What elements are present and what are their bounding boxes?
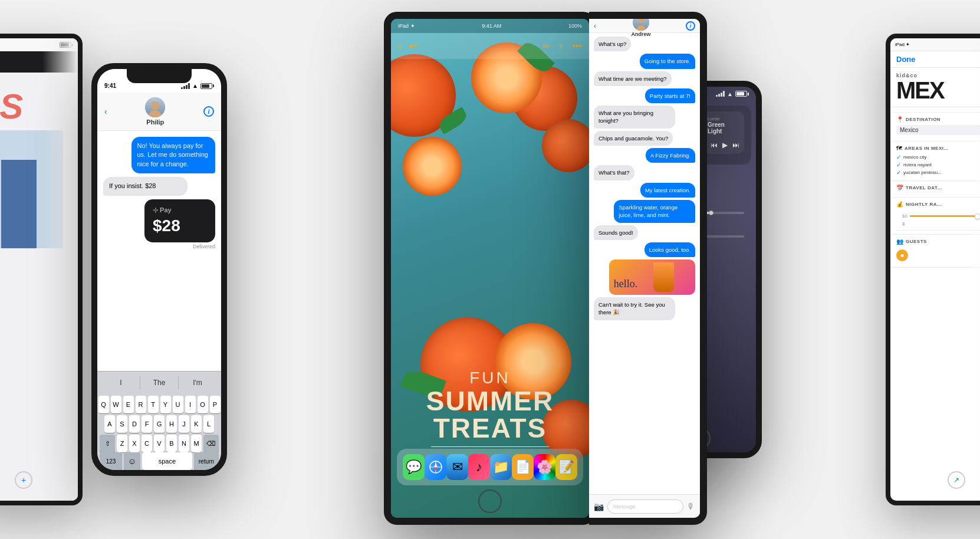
key-R[interactable]: R <box>136 396 146 413</box>
key-L[interactable]: L <box>203 415 214 433</box>
ipad-far-right-screen: iPad ✦ Done kid&co MEX 📍 DESTINATION Me <box>890 38 980 501</box>
msg-mic-icon[interactable]: 🎙 <box>687 502 695 511</box>
msg-camera-icon[interactable]: 📷 <box>594 502 604 511</box>
ipad-right-messages-panel: ‹ Andrew i What's up? Going to the store… <box>589 12 707 525</box>
toolbar-pen-icon[interactable]: ✏ <box>542 41 550 52</box>
ipad-status-right: 100% <box>568 23 582 29</box>
key-emoji[interactable]: ☺ <box>124 452 140 470</box>
dock-pages-icon[interactable]: 📄 <box>512 454 534 480</box>
destination-section: 📍 DESTINATION Mexico <box>890 113 980 142</box>
key-D[interactable]: D <box>129 415 140 433</box>
key-M[interactable]: M <box>191 435 202 452</box>
message-bubble-2: If you insist. $28 <box>103 177 188 195</box>
key-J[interactable]: J <box>179 415 189 433</box>
nightly-rate-section: 💰 NIGHTLY RA... $0 $ <box>890 198 980 235</box>
ipad-left-content: AS <box>0 73 78 501</box>
key-U[interactable]: U <box>173 396 183 413</box>
toolbar-back-btn[interactable]: ‹ <box>398 40 402 52</box>
key-return[interactable]: return <box>194 452 219 470</box>
key-V[interactable]: V <box>154 435 165 452</box>
key-W[interactable]: W <box>111 396 121 413</box>
cc-prev-button[interactable]: ⏮ <box>711 141 718 149</box>
key-A[interactable]: A <box>104 415 115 433</box>
dock-photos-icon[interactable]: 🌸 <box>534 454 555 480</box>
key-delete[interactable]: ⌫ <box>203 435 219 452</box>
dock-music-icon[interactable]: ♪ <box>468 454 490 480</box>
brightness-thumb[interactable] <box>709 211 713 215</box>
wifi-icon: ▲ <box>192 83 198 89</box>
nightly-rate-label: NIGHTLY RA... <box>906 202 942 207</box>
price-slider-thumb[interactable] <box>975 213 980 219</box>
key-E[interactable]: E <box>123 396 134 413</box>
keyboard-row-1: Q W E R T Y U I O P <box>100 396 219 413</box>
building-shape <box>1 160 37 248</box>
quicktype-word-1[interactable]: I <box>102 376 140 389</box>
andrew-info-button[interactable]: i <box>686 21 695 31</box>
check-3: ✓ <box>896 169 901 176</box>
andrew-msg-4: Party starts at 7! <box>645 88 695 103</box>
toolbar-add-icon[interactable]: + <box>558 41 564 51</box>
key-123[interactable]: 123 <box>100 452 122 470</box>
quicktype-word-2[interactable]: The <box>140 376 179 389</box>
area-item-2[interactable]: ✓ riviera nayarit <box>896 162 980 168</box>
ipad-left-screen: ✦ 100% » AS + <box>0 38 78 501</box>
cc-next-button[interactable]: ⏭ <box>732 141 739 149</box>
destination-value[interactable]: Mexico <box>896 125 980 135</box>
key-O[interactable]: O <box>198 396 208 413</box>
area-item-1[interactable]: ✓ mexico city <box>896 154 980 160</box>
key-Z[interactable]: Z <box>117 435 127 452</box>
key-T[interactable]: T <box>148 396 159 413</box>
payment-amount: $28 <box>153 216 207 235</box>
dock-safari-icon[interactable] <box>425 454 446 480</box>
ipad-center-statusbar: iPad ✦ 9:41 AM 100% <box>391 19 589 33</box>
key-Y[interactable]: Y <box>160 396 171 413</box>
key-X[interactable]: X <box>129 435 140 452</box>
toolbar-more-icon[interactable]: ••• <box>572 41 582 51</box>
key-G[interactable]: G <box>154 415 165 433</box>
guest-count-indicator[interactable]: ● <box>896 249 908 261</box>
key-N[interactable]: N <box>179 435 189 452</box>
key-I[interactable]: I <box>185 396 196 413</box>
dock-messages-icon[interactable]: 💬 <box>403 454 425 480</box>
ipad-left-image <box>0 130 63 248</box>
key-F[interactable]: F <box>142 415 152 433</box>
key-space[interactable]: space <box>142 452 192 470</box>
key-C[interactable]: C <box>142 435 152 452</box>
toolbar-undo-btn[interactable]: ↩ <box>409 40 417 52</box>
ipad-msg-statusbar: ‹ Andrew i <box>589 19 700 33</box>
ipad-fr-statusbar: iPad ✦ <box>890 38 980 51</box>
ipad-left-bottom-button[interactable]: + <box>15 471 32 489</box>
keyboard-bottom-row: 123 ☺ space return <box>97 452 221 470</box>
key-K[interactable]: K <box>191 415 202 433</box>
done-button[interactable]: Done <box>896 55 916 64</box>
key-Q[interactable]: Q <box>98 396 109 413</box>
key-shift[interactable]: ⇧ <box>100 435 115 452</box>
ipad-left-red-as: AS <box>0 89 73 124</box>
ipad-center-time: 9:41 AM <box>482 23 501 29</box>
back-button[interactable]: ‹ <box>104 107 107 116</box>
citrus-circle-3 <box>542 119 589 172</box>
ipad-left-nav: » <box>0 51 78 73</box>
dock-notes-icon[interactable]: 📝 <box>555 454 577 480</box>
price-slider-track[interactable] <box>910 215 980 217</box>
info-button[interactable]: i <box>203 106 214 117</box>
dock-mail-icon[interactable]: ✉ <box>446 454 468 480</box>
ipad-message-input[interactable]: iMessage <box>607 499 683 514</box>
key-P[interactable]: P <box>210 396 221 413</box>
cc-wifi-icon: ▲ <box>727 91 733 97</box>
guests-label: GUESTS <box>906 239 927 244</box>
andrew-msg-3: What time are we meeting? <box>594 71 672 86</box>
cc-play-button[interactable]: ▶ <box>722 141 728 149</box>
key-H[interactable]: H <box>166 415 177 433</box>
key-S[interactable]: S <box>117 415 127 433</box>
keyboard-row-3: ⇧ Z X C V B N M ⌫ <box>100 435 219 452</box>
andrew-msg-7: A Fizzy Fabring. <box>646 148 695 163</box>
key-B[interactable]: B <box>166 435 177 452</box>
ipad-center-home-button[interactable] <box>478 489 502 513</box>
ipad-fr-bottom-button[interactable]: ↗ <box>948 471 965 489</box>
area-item-3[interactable]: ✓ yucatan peninsu... <box>896 169 980 176</box>
dock-files-icon[interactable]: 📁 <box>490 454 512 480</box>
msg-row-7: A Fizzy Fabring. <box>594 148 695 163</box>
calendar-icon: 📅 <box>896 185 903 191</box>
quicktype-word-3[interactable]: I'm <box>179 376 216 389</box>
